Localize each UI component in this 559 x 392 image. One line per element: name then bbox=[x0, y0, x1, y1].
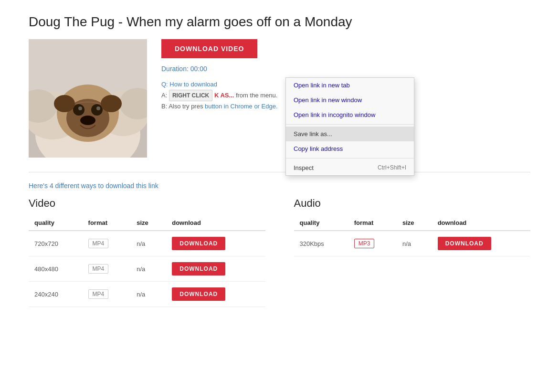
inspect-label: Inspect bbox=[294, 164, 314, 171]
video-table-body: 720x720 MP4 n/a DOWNLOAD 480x480 MP4 n/a… bbox=[29, 231, 265, 307]
svg-point-12 bbox=[96, 106, 100, 110]
audio-col-size: size bbox=[397, 215, 432, 231]
context-menu-item-save-link[interactable]: Save link as... bbox=[286, 127, 414, 141]
download-button[interactable]: DOWNLOAD bbox=[438, 237, 491, 250]
cell-download: DOWNLOAD bbox=[432, 231, 530, 256]
context-menu-item-new-window[interactable]: Open link in new window bbox=[286, 93, 414, 107]
cell-quality: 240x240 bbox=[29, 282, 83, 307]
context-menu-divider-1 bbox=[286, 124, 414, 125]
ways-label: Here's 4 different ways to download this… bbox=[29, 182, 530, 190]
audio-col-download: download bbox=[432, 215, 530, 231]
context-menu-item-inspect[interactable]: Inspect Ctrl+Shift+I bbox=[286, 160, 414, 175]
table-row: 320Kbps MP3 n/a DOWNLOAD bbox=[294, 231, 531, 256]
cell-format: MP4 bbox=[83, 282, 131, 307]
cell-download: DOWNLOAD bbox=[166, 231, 265, 256]
cell-quality: 480x480 bbox=[29, 256, 83, 282]
download-button[interactable]: DOWNLOAD bbox=[172, 287, 225, 301]
page-title: Doug The Pug - When my alarm goes off on… bbox=[29, 14, 530, 30]
audio-download-table: Audio quality format size download 320Kb… bbox=[294, 197, 531, 307]
video-heading: Video bbox=[29, 197, 265, 210]
section-divider bbox=[29, 172, 530, 172]
download-video-button[interactable]: DOWNLOAD VIDEO bbox=[161, 39, 257, 58]
right-click-badge: RIGHT CLICK bbox=[169, 90, 212, 101]
cell-size: n/a bbox=[397, 231, 432, 256]
audio-col-format: format bbox=[348, 215, 397, 231]
download-button[interactable]: DOWNLOAD bbox=[172, 262, 225, 275]
inspect-shortcut: Ctrl+Shift+I bbox=[378, 164, 406, 171]
top-section: DOWNLOAD VIDEO Duration: 00:00 Q: How to… bbox=[29, 39, 530, 158]
video-col-quality: quality bbox=[29, 215, 83, 231]
pug-illustration bbox=[29, 39, 147, 158]
svg-point-15 bbox=[101, 95, 122, 112]
video-col-size: size bbox=[131, 215, 166, 231]
audio-table: quality format size download 320Kbps MP3… bbox=[294, 215, 531, 256]
cell-size: n/a bbox=[131, 256, 166, 282]
thumbnail-image bbox=[29, 39, 147, 158]
table-row: 240x240 MP4 n/a DOWNLOAD bbox=[29, 282, 265, 307]
context-menu-divider-2 bbox=[286, 158, 414, 159]
audio-heading: Audio bbox=[294, 197, 531, 210]
info-section: DOWNLOAD VIDEO Duration: 00:00 Q: How to… bbox=[161, 39, 530, 158]
video-table-header-row: quality format size download bbox=[29, 215, 265, 231]
cell-format: MP3 bbox=[348, 231, 397, 256]
cell-size: n/a bbox=[131, 282, 166, 307]
audio-table-body: 320Kbps MP3 n/a DOWNLOAD bbox=[294, 231, 531, 256]
duration-label: Duration: 00:00 bbox=[161, 65, 530, 73]
video-download-table: Video quality format size download 720x7… bbox=[29, 197, 265, 307]
svg-point-11 bbox=[78, 106, 82, 110]
video-table: quality format size download 720x720 MP4… bbox=[29, 215, 265, 307]
cell-format: MP4 bbox=[83, 231, 131, 256]
table-row: 720x720 MP4 n/a DOWNLOAD bbox=[29, 231, 265, 256]
download-button[interactable]: DOWNLOAD bbox=[172, 237, 225, 250]
cell-download: DOWNLOAD bbox=[166, 282, 265, 307]
cell-download: DOWNLOAD bbox=[166, 256, 265, 282]
svg-point-9 bbox=[73, 104, 84, 116]
audio-col-quality: quality bbox=[294, 215, 348, 231]
context-menu-item-copy-link[interactable]: Copy link address bbox=[286, 141, 414, 156]
video-col-format: format bbox=[83, 215, 131, 231]
table-row: 480x480 MP4 n/a DOWNLOAD bbox=[29, 256, 265, 282]
tables-section: Video quality format size download 720x7… bbox=[29, 197, 530, 307]
cell-quality: 720x720 bbox=[29, 231, 83, 256]
cell-size: n/a bbox=[131, 231, 166, 256]
context-menu: Open link in new tab Open link in new wi… bbox=[285, 77, 414, 176]
cell-quality: 320Kbps bbox=[294, 231, 348, 256]
video-col-download: download bbox=[166, 215, 265, 231]
svg-point-14 bbox=[54, 95, 75, 112]
svg-point-10 bbox=[91, 104, 103, 116]
context-menu-item-incognito[interactable]: Open link in incognito window bbox=[286, 107, 414, 122]
svg-point-13 bbox=[80, 116, 95, 125]
cell-format: MP4 bbox=[83, 256, 131, 282]
context-menu-item-new-tab[interactable]: Open link in new tab bbox=[286, 78, 414, 93]
video-thumbnail bbox=[29, 39, 147, 158]
audio-table-header-row: quality format size download bbox=[294, 215, 531, 231]
